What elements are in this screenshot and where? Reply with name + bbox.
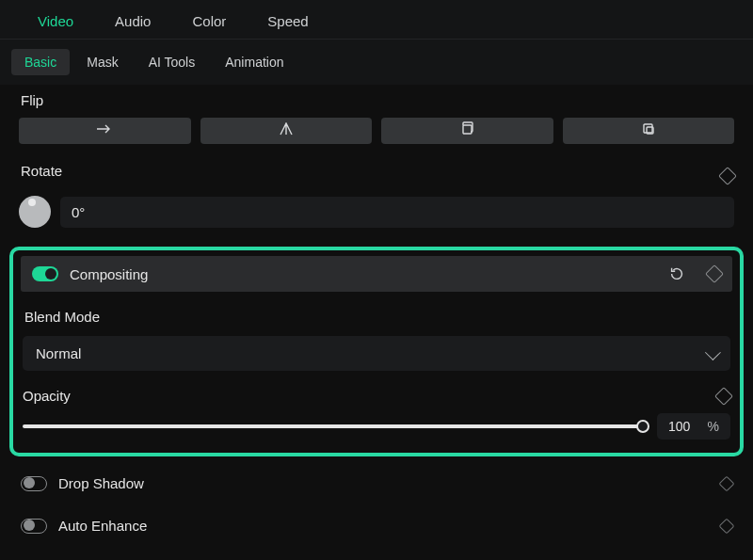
- opacity-unit: %: [708, 419, 719, 434]
- drop-shadow-keyframe-button[interactable]: [719, 475, 735, 491]
- blend-mode-label: Blend Mode: [23, 292, 730, 336]
- duplicate-icon: [641, 121, 656, 140]
- opacity-keyframe-button[interactable]: [714, 387, 733, 406]
- compositing-header: Compositing: [21, 256, 732, 292]
- rotate-label: Rotate: [19, 163, 64, 188]
- compositing-label: Compositing: [70, 266, 657, 282]
- opacity-slider-thumb[interactable]: [636, 420, 649, 433]
- drop-shadow-toggle[interactable]: [21, 476, 47, 491]
- rotate-keyframe-button[interactable]: [718, 167, 737, 185]
- svg-rect-0: [463, 125, 472, 134]
- subtab-aitools[interactable]: AI Tools: [136, 49, 209, 75]
- rotate-value-field[interactable]: 0°: [60, 197, 734, 228]
- copy-button[interactable]: [381, 118, 553, 144]
- opacity-label: Opacity: [23, 388, 71, 404]
- flip-horizontal-button[interactable]: [19, 118, 191, 144]
- tab-video[interactable]: Video: [17, 4, 94, 39]
- compositing-section: Compositing Blend Mode Normal Opacity: [9, 247, 744, 456]
- opacity-value: 100: [668, 419, 690, 434]
- svg-rect-1: [644, 124, 652, 133]
- flip-label: Flip: [19, 85, 734, 118]
- chevron-down-icon: [705, 344, 721, 360]
- subtab-basic[interactable]: Basic: [11, 49, 70, 75]
- tab-audio[interactable]: Audio: [94, 4, 171, 39]
- top-tabbar: Video Audio Color Speed: [0, 0, 753, 40]
- auto-enhance-keyframe-button[interactable]: [719, 518, 735, 534]
- tab-speed[interactable]: Speed: [247, 4, 328, 39]
- copy-icon: [459, 121, 474, 140]
- duplicate-button[interactable]: [563, 118, 735, 144]
- blend-mode-select[interactable]: Normal: [23, 336, 730, 371]
- flip-vertical-button[interactable]: [200, 118, 373, 144]
- compositing-keyframe-button[interactable]: [705, 264, 724, 283]
- tab-color[interactable]: Color: [171, 4, 247, 39]
- flip-row: [19, 118, 734, 144]
- compositing-toggle[interactable]: [32, 266, 58, 281]
- blend-mode-value: Normal: [36, 345, 81, 361]
- auto-enhance-toggle[interactable]: [21, 519, 47, 534]
- flip-horizontal-icon: [96, 122, 113, 139]
- auto-enhance-row: Auto Enhance: [19, 512, 734, 539]
- sub-tabbar: Basic Mask AI Tools Animation: [0, 40, 753, 85]
- drop-shadow-label: Drop Shadow: [58, 475, 710, 491]
- subtab-animation[interactable]: Animation: [212, 49, 296, 75]
- opacity-slider[interactable]: [23, 424, 644, 428]
- opacity-value-field[interactable]: 100 %: [657, 413, 730, 440]
- auto-enhance-label: Auto Enhance: [58, 518, 710, 534]
- flip-vertical-icon: [278, 122, 295, 139]
- rotate-dial[interactable]: [19, 196, 51, 228]
- compositing-reset-button[interactable]: [668, 265, 685, 282]
- subtab-mask[interactable]: Mask: [73, 49, 131, 75]
- drop-shadow-row: Drop Shadow: [19, 470, 734, 497]
